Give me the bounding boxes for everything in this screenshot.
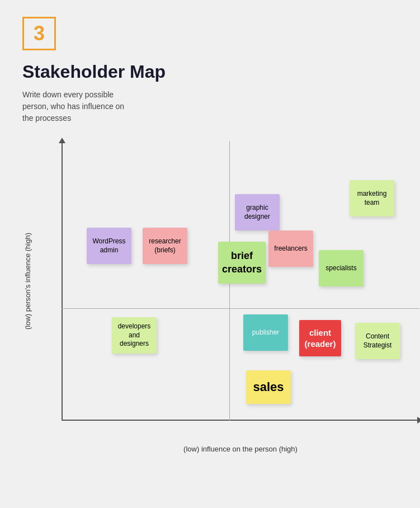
y-axis — [62, 141, 63, 421]
sticky-graphic-designer: graphic designer — [235, 194, 280, 231]
sticky-researcher-briefs: researcher (briefs) — [143, 228, 187, 264]
sticky-marketing-team: marketing team — [350, 180, 394, 217]
sticky-content-strategist: Content Strategist — [355, 323, 400, 359]
sticky-developers-designers: developers and designers — [112, 317, 157, 354]
sticky-wordpress-admin: WordPress admin — [87, 228, 131, 264]
sticky-publisher: publisher — [243, 314, 288, 351]
sticky-freelancers: freelancers — [268, 231, 313, 267]
horizontal-divider — [62, 308, 419, 309]
x-axis — [62, 420, 419, 421]
page-title: Stakeholder Map — [22, 62, 398, 82]
sticky-specialists: specialists — [319, 250, 364, 286]
y-axis-label: (low) person's influence (high) — [23, 141, 32, 421]
sticky-sales: sales — [246, 370, 291, 404]
chart-area: (low) influence on the person (high) (lo… — [45, 141, 419, 438]
sticky-brief-creators: brief creators — [218, 242, 266, 284]
sticky-client-reader: client (reader) — [299, 320, 341, 356]
page-subtitle: Write down every possible person, who ha… — [22, 89, 134, 124]
x-axis-label: (low) influence on the person (high) — [62, 445, 419, 453]
number-label: 3 — [34, 22, 45, 45]
number-box: 3 — [22, 17, 56, 50]
